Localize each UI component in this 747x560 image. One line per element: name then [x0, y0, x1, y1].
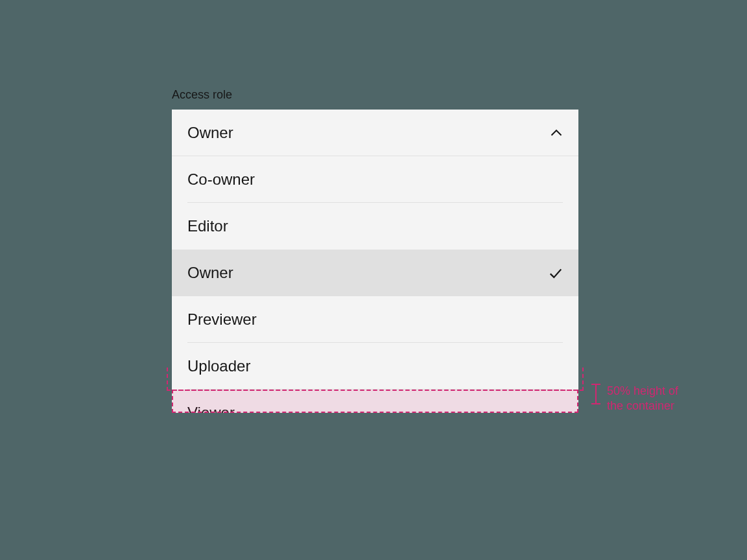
dropdown-option-viewer[interactable]: Viewer	[172, 390, 578, 413]
checkmark-icon	[549, 266, 563, 280]
dropdown-toggle[interactable]: Owner	[172, 110, 578, 156]
access-role-dropdown: Owner Co-owner Editor Owner	[172, 110, 578, 413]
dropdown-option-previewer[interactable]: Previewer	[172, 296, 578, 343]
dropdown-option-label: Co-owner	[187, 170, 255, 189]
spec-annotation-text: 50% height of the container	[607, 384, 678, 414]
dimension-icon	[591, 384, 600, 404]
dropdown-option-uploader[interactable]: Uploader	[172, 343, 578, 390]
dropdown-option-co-owner[interactable]: Co-owner	[172, 156, 578, 203]
chevron-up-icon	[550, 126, 563, 139]
dropdown-option-editor[interactable]: Editor	[172, 203, 578, 250]
field-label: Access role	[172, 88, 578, 102]
dropdown-option-owner[interactable]: Owner	[172, 250, 578, 296]
dropdown-option-label: Editor	[187, 217, 228, 235]
dropdown-menu: Co-owner Editor Owner Previewer	[172, 156, 578, 413]
dropdown-option-label: Owner	[187, 264, 233, 282]
dropdown-option-label: Viewer	[187, 404, 235, 413]
dropdown-option-label: Uploader	[187, 357, 250, 375]
dropdown-selected-value: Owner	[187, 124, 233, 142]
spec-annotation: 50% height of the container	[591, 384, 721, 414]
dropdown-option-label: Previewer	[187, 310, 257, 329]
